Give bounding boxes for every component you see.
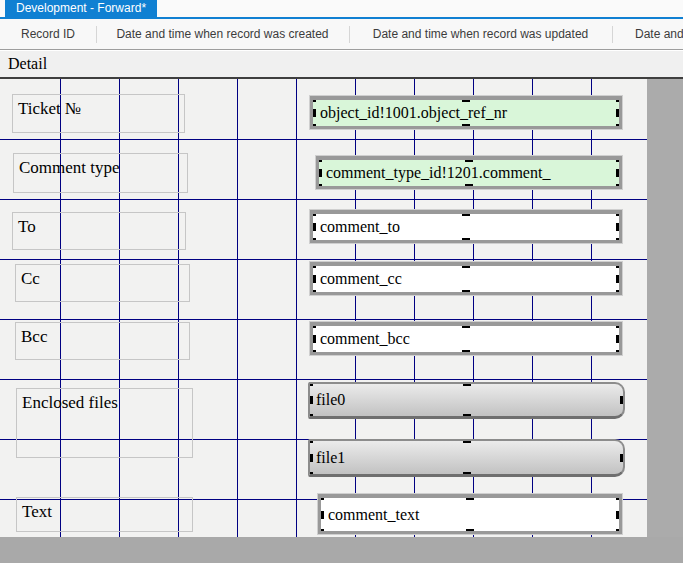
grid-line-horizontal: [0, 319, 647, 320]
selection-handle[interactable]: [310, 96, 316, 102]
label-to[interactable]: To: [12, 212, 186, 250]
field-file0[interactable]: file0: [308, 382, 625, 419]
grid-line-horizontal: [0, 199, 647, 200]
selection-handle[interactable]: [616, 511, 622, 519]
grid-line-vertical: [296, 79, 297, 537]
selection-handle[interactable]: [308, 396, 313, 404]
grid-line-vertical: [60, 79, 61, 537]
selection-handle[interactable]: [462, 210, 470, 216]
selection-handle[interactable]: [310, 262, 316, 268]
selection-handle[interactable]: [616, 184, 622, 189]
field-comment-cc[interactable]: comment_cc: [310, 262, 622, 295]
selection-handle[interactable]: [463, 472, 471, 477]
selection-handle[interactable]: [310, 275, 316, 283]
selection-handle[interactable]: [463, 382, 471, 386]
selection-handle[interactable]: [462, 124, 470, 129]
selection-handle[interactable]: [616, 156, 622, 162]
selection-handle[interactable]: [620, 396, 625, 404]
band-label[interactable]: Detail: [8, 55, 47, 73]
selection-handle[interactable]: [616, 223, 622, 231]
tab-bar: Development - Forward*: [0, 0, 683, 19]
selection-handle[interactable]: [310, 109, 316, 117]
field-comment-type[interactable]: comment_type_id!1201.comment_: [316, 156, 622, 189]
column-header-created[interactable]: Date and time when record was created: [96, 19, 349, 50]
selection-handle[interactable]: [616, 290, 622, 295]
selection-handle[interactable]: [616, 169, 622, 177]
field-comment-text[interactable]: comment_text: [318, 494, 622, 534]
tab-development-forward[interactable]: Development - Forward*: [5, 0, 157, 17]
selection-handle[interactable]: [616, 109, 622, 117]
label-bcc[interactable]: Bcc: [15, 322, 190, 360]
selection-handle[interactable]: [462, 322, 470, 328]
field-comment-to[interactable]: comment_to: [310, 210, 622, 243]
selection-handle[interactable]: [466, 529, 474, 534]
column-header-row: Record ID Date and time when record was …: [0, 19, 683, 50]
selection-handle[interactable]: [616, 529, 622, 534]
field-comment-bcc[interactable]: comment_bcc: [310, 322, 622, 355]
selection-handle[interactable]: [620, 454, 625, 462]
selection-handle[interactable]: [616, 322, 622, 328]
detail-band-row: Detail: [0, 52, 683, 77]
selection-handle[interactable]: [310, 290, 316, 295]
selection-handle[interactable]: [462, 238, 470, 243]
column-header-updated[interactable]: Date and time when record was updated: [349, 19, 612, 50]
selection-handle[interactable]: [308, 472, 313, 477]
selection-handle[interactable]: [318, 511, 324, 519]
selection-handle[interactable]: [310, 124, 316, 129]
selection-handle[interactable]: [616, 210, 622, 216]
selection-handle[interactable]: [616, 124, 622, 129]
selection-handle[interactable]: [616, 262, 622, 268]
label-comment-type[interactable]: Comment type: [13, 153, 188, 193]
grid-line-horizontal: [0, 259, 647, 260]
selection-handle[interactable]: [616, 350, 622, 355]
selection-handle[interactable]: [462, 350, 470, 355]
selection-handle[interactable]: [463, 439, 471, 443]
selection-handle[interactable]: [465, 156, 473, 162]
selection-handle[interactable]: [318, 529, 324, 534]
canvas-outside-bottom: [0, 537, 683, 563]
label-ticket-number[interactable]: Ticket №: [12, 94, 185, 133]
selection-handle[interactable]: [462, 290, 470, 295]
field-object-ref-nr[interactable]: object_id!1001.object_ref_nr: [310, 96, 622, 129]
selection-handle[interactable]: [316, 156, 322, 162]
selection-handle[interactable]: [616, 335, 622, 343]
grid-line-vertical: [119, 79, 120, 537]
selection-handle[interactable]: [465, 184, 473, 189]
selection-handle[interactable]: [462, 96, 470, 102]
selection-handle[interactable]: [310, 322, 316, 328]
field-file1[interactable]: file1: [308, 439, 625, 477]
grid-line-horizontal: [0, 379, 647, 380]
label-enclosed-files[interactable]: Enclosed files: [16, 388, 193, 458]
selection-handle[interactable]: [462, 262, 470, 268]
grid-line-vertical: [237, 79, 238, 537]
selection-handle[interactable]: [466, 494, 474, 500]
selection-handle[interactable]: [310, 335, 316, 343]
selection-handle[interactable]: [310, 223, 316, 231]
selection-handle[interactable]: [310, 350, 316, 355]
selection-handle[interactable]: [310, 210, 316, 216]
selection-handle[interactable]: [616, 275, 622, 283]
selection-handle[interactable]: [616, 238, 622, 243]
selection-handle[interactable]: [616, 96, 622, 102]
selection-handle[interactable]: [308, 439, 313, 443]
selection-handle[interactable]: [308, 414, 313, 419]
selection-handle[interactable]: [616, 494, 622, 500]
label-cc[interactable]: Cc: [15, 264, 190, 302]
selection-handle[interactable]: [318, 494, 324, 500]
column-header-clipped[interactable]: Date and: [612, 19, 683, 50]
selection-handle[interactable]: [308, 454, 313, 462]
selection-handle[interactable]: [316, 184, 322, 189]
selection-handle[interactable]: [316, 169, 322, 177]
selection-handle[interactable]: [310, 238, 316, 243]
label-text[interactable]: Text: [16, 497, 193, 532]
selection-handle[interactable]: [463, 414, 471, 419]
grid-line-vertical: [178, 79, 179, 537]
selection-handle[interactable]: [308, 382, 313, 386]
grid-line-horizontal: [0, 139, 647, 140]
canvas-outside-right: [647, 79, 683, 563]
column-header-record-id[interactable]: Record ID: [0, 19, 96, 50]
